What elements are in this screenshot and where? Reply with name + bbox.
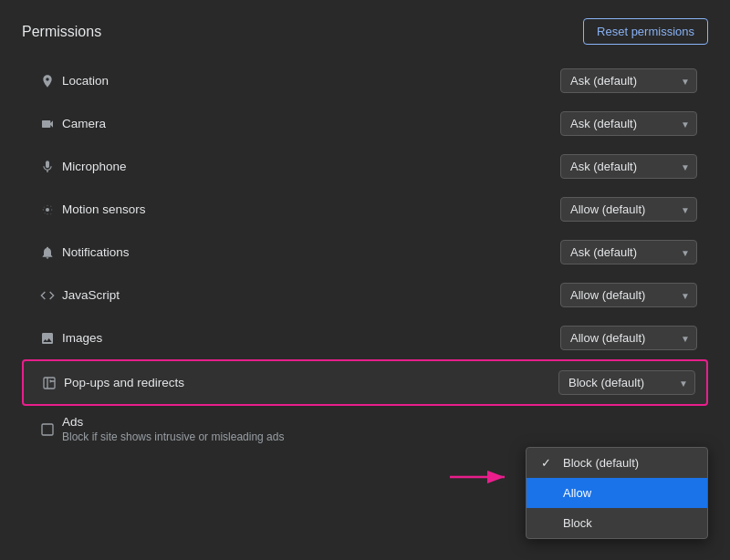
permission-label-motion-sensors: Motion sensors (62, 202, 560, 216)
permission-label-notifications: Notifications (62, 245, 560, 259)
permission-row-javascript[interactable]: JavaScriptAllow (default) (22, 274, 708, 316)
permission-label-ads: AdsBlock if site shows intrusive or misl… (62, 415, 697, 443)
mic-icon (33, 160, 62, 174)
dropdown-option-allow[interactable]: Allow (527, 478, 707, 508)
select-wrapper-javascript[interactable]: Allow (default) (560, 283, 697, 307)
permission-control-microphone[interactable]: Ask (default) (560, 154, 697, 179)
permission-control-motion-sensors[interactable]: Allow (default) (560, 197, 697, 222)
permission-control-images[interactable]: Allow (default) (560, 326, 697, 350)
permissions-list: LocationAsk (default)CameraAsk (default)… (22, 59, 708, 452)
permission-label-location: Location (62, 74, 560, 88)
select-wrapper-motion-sensors[interactable]: Allow (default) (560, 197, 697, 222)
select-images[interactable]: Allow (default) (560, 326, 697, 350)
permission-label-images: Images (62, 331, 560, 345)
select-motion-sensors[interactable]: Allow (default) (560, 197, 697, 222)
permission-control-javascript[interactable]: Allow (default) (560, 283, 697, 307)
permission-label-javascript: JavaScript (62, 288, 560, 302)
permission-row-popups[interactable]: Pop-ups and redirectsBlock (default) (22, 359, 708, 406)
location-icon (33, 74, 62, 88)
permission-control-notifications[interactable]: Ask (default) (560, 240, 697, 264)
select-location[interactable]: Ask (default) (560, 68, 697, 93)
image-icon (33, 331, 62, 346)
dropdown-option-label: Block (default) (563, 456, 639, 470)
permission-control-location[interactable]: Ask (default) (560, 68, 697, 93)
svg-point-0 (46, 208, 49, 212)
select-notifications[interactable]: Ask (default) (560, 240, 697, 264)
permission-row-camera[interactable]: CameraAsk (default) (22, 102, 708, 145)
permission-row-images[interactable]: ImagesAllow (default) (22, 316, 708, 359)
dropdown-option-label: Allow (563, 486, 591, 500)
permissions-page: Permissions Reset permissions LocationAs… (0, 0, 730, 471)
motion-icon (33, 202, 62, 217)
select-wrapper-microphone[interactable]: Ask (default) (560, 154, 697, 179)
permission-row-microphone[interactable]: MicrophoneAsk (default) (22, 145, 708, 188)
dropdown-option-block[interactable]: Block (527, 508, 707, 538)
popup-icon (35, 376, 64, 390)
permission-row-notifications[interactable]: NotificationsAsk (default) (22, 231, 708, 274)
page-header: Permissions Reset permissions (22, 18, 708, 45)
select-wrapper-camera[interactable]: Ask (default) (560, 111, 697, 136)
dropdown-option-label: Block (563, 516, 592, 530)
camera-icon (33, 117, 62, 131)
select-javascript[interactable]: Allow (default) (560, 283, 697, 307)
permission-label-camera: Camera (62, 117, 560, 130)
bell-icon (33, 245, 62, 260)
js-icon (33, 288, 62, 303)
permission-row-ads[interactable]: AdsBlock if site shows intrusive or misl… (22, 406, 708, 452)
ads-icon (33, 422, 62, 437)
permission-label-microphone: Microphone (62, 160, 560, 173)
permission-row-location[interactable]: LocationAsk (default) (22, 59, 708, 102)
permission-control-popups[interactable]: Block (default) (558, 370, 695, 395)
select-wrapper-popups[interactable]: Block (default) (558, 370, 695, 395)
permission-dropdown: ✓Block (default)AllowBlock (526, 447, 708, 539)
dropdown-option-block-(default)[interactable]: ✓Block (default) (527, 448, 707, 478)
reset-permissions-button[interactable]: Reset permissions (583, 18, 708, 45)
arrow-indicator (443, 459, 516, 498)
svg-rect-2 (42, 424, 53, 435)
permission-control-camera[interactable]: Ask (default) (560, 111, 697, 136)
page-title: Permissions (22, 24, 101, 40)
checkmark-icon: ✓ (541, 456, 556, 470)
select-wrapper-images[interactable]: Allow (default) (560, 326, 697, 350)
select-camera[interactable]: Ask (default) (560, 111, 697, 136)
select-microphone[interactable]: Ask (default) (560, 154, 697, 179)
svg-rect-1 (44, 378, 55, 389)
permission-label-popups: Pop-ups and redirects (64, 376, 558, 389)
select-wrapper-location[interactable]: Ask (default) (560, 68, 697, 93)
select-popups[interactable]: Block (default) (558, 370, 695, 395)
select-wrapper-notifications[interactable]: Ask (default) (560, 240, 697, 264)
permission-sublabel-ads: Block if site shows intrusive or mislead… (62, 430, 697, 443)
permission-row-motion-sensors[interactable]: Motion sensorsAllow (default) (22, 188, 708, 231)
